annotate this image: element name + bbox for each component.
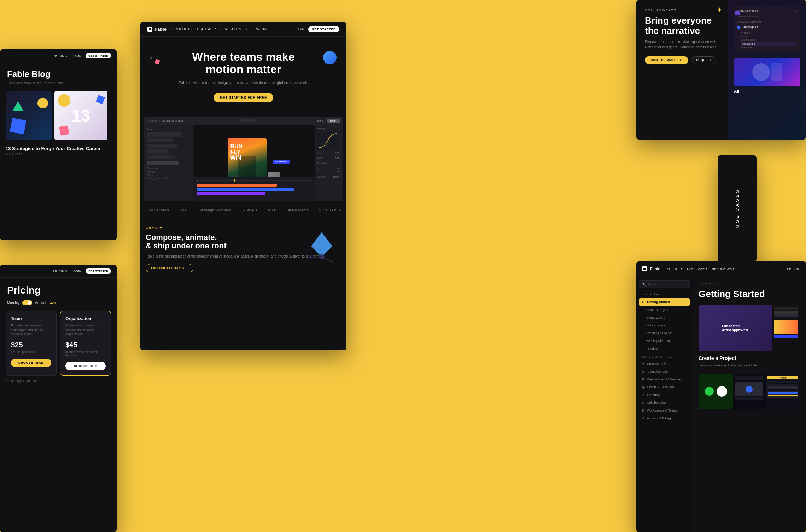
exporting-icon: ↗ [642, 393, 645, 397]
explore-features-button[interactable]: EXPLORE FEATURES → [146, 264, 193, 272]
prop-row: Y 0 [317, 171, 341, 174]
blog-nav-pricing[interactable]: PRICING [53, 54, 67, 58]
nav-item-usecases[interactable]: USE CASES ▾ [197, 27, 220, 31]
sidebar-item-animation-tools[interactable]: ◈ Animation tools [639, 368, 690, 375]
billing-toggle[interactable] [22, 300, 32, 305]
org-period: per user per month billed annually [65, 350, 106, 357]
docs-video-thumbnail-2[interactable]: Playing [699, 374, 800, 409]
easing-curve [317, 132, 338, 149]
blog-header: Fable Blog The Fable team and our commun… [0, 62, 117, 91]
pricing-nav-cta-button[interactable]: GET STARTED [86, 268, 111, 274]
collaborating-icon: ◎ [642, 401, 645, 404]
pricing-footer: Everything in Pro, plus... [0, 376, 117, 386]
toggle-annual[interactable]: Annual [35, 301, 46, 305]
pricing-cards: Team For creative teams to collaborate a… [0, 311, 117, 376]
blog-images: 13 [0, 91, 117, 140]
blog-nav-login[interactable]: LOGIN [71, 54, 81, 58]
screenshot-toolbar: Creative / Social campaign Share Export [144, 117, 343, 125]
sidebar-item-exporting[interactable]: ↗ Exporting [639, 391, 690, 398]
sidebar-item-exporting-project[interactable]: Exporting a Project [639, 330, 690, 337]
sidebar-item-workspaces-teams[interactable]: ⊡ Workspaces & Teams [639, 407, 690, 414]
shape-yellow [37, 98, 48, 108]
nav-get-started-button[interactable]: GET STARTED [308, 26, 339, 32]
layer-row-active [147, 161, 179, 165]
pricing-nav-login[interactable]: LOGIN [71, 270, 81, 273]
toolbar-creative-label: Creative [147, 119, 157, 122]
toolbar-share[interactable]: Share [314, 119, 326, 123]
blog-title: Fable Blog [7, 69, 110, 79]
home-icon-2: ⌂ [699, 282, 700, 285]
team-card-desc: For creative teams to collaborate and sh… [11, 323, 51, 337]
nav-item-resources[interactable]: RESOURCES ▾ [225, 27, 250, 31]
cursor-decoration: ↗ [149, 56, 152, 60]
settings-members: Settings & Members [737, 15, 797, 18]
sidebar-item-effects-behaviors[interactable]: ◉ Effects & Behaviors [639, 384, 690, 391]
join-waitlist-button[interactable]: JOIN THE WAITLIST [645, 56, 688, 64]
nav-login[interactable]: LOGIN [294, 27, 305, 31]
blog-nav-cta-button[interactable]: GET STARTED [86, 53, 111, 58]
nav-item-product[interactable]: PRODUCT ▾ [172, 27, 192, 31]
main-nav-items: PRODUCT ▾ USE CASES ▾ RESOURCES ▾ PRICIN… [172, 27, 294, 31]
docs-nav-usecases[interactable]: USE CASES ▾ [687, 267, 708, 271]
docs-nav-resources[interactable]: RESOURCES ▾ [712, 267, 735, 271]
sidebar-item-creation-tools[interactable]: ✦ Creation tools [639, 360, 690, 367]
logo-plaid: ⊞ PLAID [243, 208, 257, 212]
collab-panel: COLLABORATE Bring everyone the narrative… [636, 0, 806, 140]
docs-nav-pricing[interactable]: PRICING [787, 267, 800, 271]
sidebar-item-modify-layers[interactable]: Modify Layers [639, 322, 690, 329]
toolbar-separator: / [159, 119, 160, 122]
sidebar-item-create-layers[interactable]: Create Layers [639, 314, 690, 321]
sidebar-item-getting-started[interactable]: ⊙ Getting Started [639, 298, 690, 306]
docs-sidebar: 🔍 Search... ⌂ Learn Home ⊙ Getting Start… [636, 276, 693, 532]
tool-icon [253, 119, 256, 122]
svg-point-2 [309, 255, 313, 259]
search-placeholder: Search... [647, 283, 659, 286]
tool-icon [245, 119, 247, 122]
sidebar-item-working-time[interactable]: Working with Time [639, 337, 690, 344]
shape-triangle [13, 101, 23, 111]
blog-image-1 [6, 91, 52, 140]
hero-cta-button[interactable]: GET STARTED FOR FREE [214, 93, 273, 102]
blog-nav: PRICING LOGIN GET STARTED [0, 49, 117, 62]
connections-icon: ⊞ [642, 378, 645, 381]
docs-nav-product[interactable]: PRODUCT ▾ [665, 267, 683, 271]
request-button[interactable]: REQUEST [692, 56, 717, 64]
kite-decoration [304, 229, 339, 265]
choose-org-button[interactable]: CHOOSE ORG [65, 362, 106, 370]
pricing-nav-pricing[interactable]: PRICING [53, 270, 67, 273]
org-card-desc: For brands to unite and unleash the crea… [65, 323, 106, 337]
blog-panel: PRICING LOGIN GET STARTED Fable Blog The… [0, 49, 117, 240]
sidebar-item-connections-variables[interactable]: ⊞ Connections & Variables [639, 376, 690, 383]
campaign-text-run: RUNFLYWIN [230, 144, 243, 161]
transform-section: Transition X 0 Y 0 Opacity 100% [317, 162, 341, 178]
sidebar-item-collaborating[interactable]: ◎ Collaborating [639, 399, 690, 406]
prop-row: X 0 [317, 166, 341, 169]
docs-main-title: Getting Started [699, 289, 800, 300]
timeline-scrubber [201, 180, 311, 181]
sidebar-item-account-billing[interactable]: ⊙ Account & Billing [639, 415, 690, 422]
docs-search-box[interactable]: 🔍 Search... [639, 280, 690, 288]
prop-row: Value 100 [317, 152, 341, 155]
chevron-icon: ▾ [248, 28, 250, 31]
yellow-circle [58, 94, 70, 107]
team-price: $25 [11, 341, 51, 349]
toolbar-export[interactable]: Export [327, 119, 340, 123]
sidebar-item-create-project[interactable]: Create a Project [639, 306, 690, 313]
timeline-bar-1 [197, 184, 277, 187]
timeline-bar-2 [197, 188, 294, 191]
shape-blue [10, 118, 26, 134]
collab-inner: COLLABORATE Bring everyone the narrative… [636, 0, 806, 140]
team-card-title: Team [11, 316, 51, 321]
main-nav-right: LOGIN GET STARTED [294, 26, 339, 32]
docs-content: 🔍 Search... ⌂ Learn Home ⊙ Getting Start… [636, 276, 806, 532]
docs-logo-text: Fable [650, 267, 660, 271]
docs-main-breadcrumb: ⌂ Learn Home [699, 282, 800, 285]
toggle-monthly[interactable]: Monthly [7, 301, 19, 305]
toolbar-campaign-label: Social campaign [162, 119, 183, 122]
account-icon: ⊙ [642, 416, 645, 420]
sidebar-item-tutorials[interactable]: Tutorials [639, 345, 690, 352]
choose-team-button[interactable]: CHOOSE TEAM [11, 359, 51, 367]
nav-item-pricing[interactable]: PRICING [255, 27, 269, 31]
docs-breadcrumb: ⌂ Learn Home [639, 292, 690, 298]
docs-video-thumbnail-1[interactable]: Fun testedArtist approved. [699, 305, 800, 351]
